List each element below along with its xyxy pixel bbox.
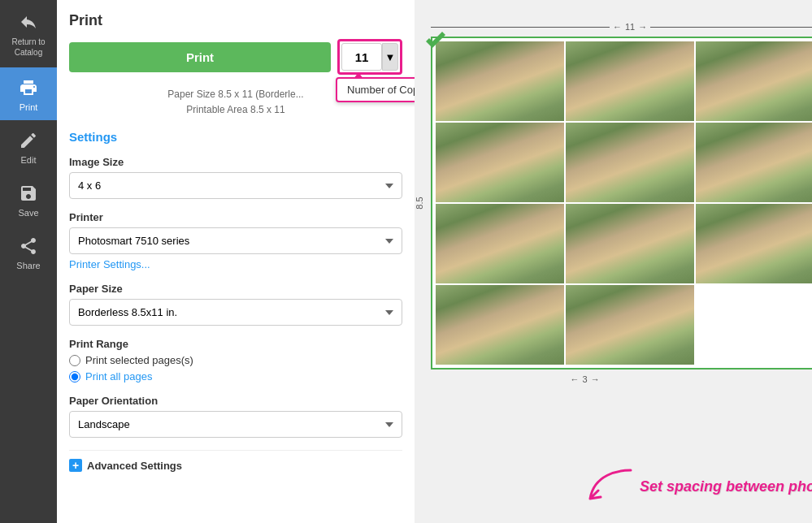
copies-input[interactable] (341, 43, 382, 71)
main-content: Print Print ▼ Number of Copies Paper Siz… (57, 0, 812, 523)
photo-cell (436, 41, 564, 121)
print-range-option2-row: Print all pages (69, 370, 402, 383)
annotation-text: Set spacing between photos (640, 478, 812, 495)
plus-icon: + (69, 459, 82, 472)
print-icon (16, 76, 41, 100)
print-range-radio1[interactable] (69, 355, 80, 366)
sidebar-item-edit[interactable]: Edit (0, 120, 57, 173)
photo-cell (696, 123, 812, 202)
sidebar-item-label: Print (20, 102, 38, 112)
save-icon (16, 181, 41, 205)
svg-marker-0 (426, 32, 445, 48)
dim-top-label: ← 11 → (431, 22, 812, 32)
paper-orientation-select[interactable]: Landscape (69, 411, 402, 438)
print-range-option1-row: Print selected pages(s) (69, 354, 402, 366)
setting-paper-size: Paper Size Borderless 8.5x11 in. (69, 283, 402, 326)
setting-print-range: Print Range Print selected pages(s) Prin… (69, 338, 402, 383)
print-panel: Print Print ▼ Number of Copies Paper Siz… (57, 0, 415, 523)
paper-orientation-label: Paper Orientation (69, 395, 402, 407)
image-size-label: Image Size (69, 156, 402, 168)
sidebar-item-print[interactable]: Print (0, 67, 57, 120)
dim-bottom: ← 3 → (571, 374, 600, 384)
sidebar-item-label: Save (18, 208, 38, 218)
sidebar-item-label: Return to Catalog (11, 37, 45, 58)
preview-area: ← 11 → 8.5 1 (415, 0, 812, 523)
print-range-label1: Print selected pages(s) (85, 354, 193, 366)
photo-cell (436, 285, 564, 365)
print-range-label2: Print all pages (85, 370, 152, 383)
settings-title: Settings (69, 130, 402, 144)
paper-size-label: Paper Size (69, 283, 402, 295)
sidebar-item-share[interactable]: Share (0, 226, 57, 279)
printer-label: Printer (69, 211, 402, 223)
annotation-content: Set spacing between photos (586, 466, 812, 507)
photo-cell (566, 123, 694, 202)
edit-icon (16, 128, 41, 153)
annotation-arrow-icon (586, 466, 635, 507)
image-size-select[interactable]: 4 x 6 (69, 172, 402, 199)
info-line4: Printable Area 8.5 x 11 (69, 102, 402, 118)
printer-select[interactable]: Photosmart 7510 series (69, 227, 402, 254)
dim-left-label: 8.5 (415, 197, 424, 209)
setting-printer: Printer Photosmart 7510 series Printer S… (69, 211, 402, 270)
copies-spinner[interactable]: ▼ (382, 43, 398, 71)
copies-tooltip: Number of Copies (336, 77, 415, 102)
annotation: Set spacing between photos (586, 466, 812, 507)
print-range-label: Print Range (69, 338, 402, 350)
sidebar-item-label: Edit (21, 155, 37, 165)
advanced-settings[interactable]: + Advanced Settings (69, 450, 402, 472)
share-icon (16, 234, 41, 258)
photo-cell (566, 204, 694, 283)
photo-cell (566, 41, 694, 121)
setting-paper-orientation: Paper Orientation Landscape (69, 395, 402, 438)
print-range-radio2[interactable] (69, 371, 80, 383)
photo-cell (696, 41, 812, 121)
printer-settings-link[interactable]: Printer Settings... (69, 258, 150, 270)
copies-wrapper: ▼ Number of Copies (337, 39, 402, 75)
return-catalog-icon (16, 10, 41, 34)
print-panel-title: Print (69, 12, 402, 29)
copies-row: ▼ (341, 43, 398, 71)
sidebar-item-save[interactable]: Save (0, 173, 57, 226)
photo-cell (696, 204, 812, 283)
photo-cell-empty (696, 285, 812, 365)
sidebar-item-return-catalog[interactable]: Return to Catalog (0, 0, 57, 67)
print-button[interactable]: Print (69, 42, 331, 72)
preview-wrapper: ← 11 → 8.5 1 (431, 37, 812, 370)
photo-grid (432, 38, 812, 368)
setting-image-size: Image Size 4 x 6 (69, 156, 402, 199)
checkmark (424, 30, 447, 55)
photo-cell (436, 123, 564, 202)
advanced-settings-label: Advanced Settings (87, 460, 182, 472)
print-controls: Print ▼ Number of Copies (69, 39, 402, 75)
paper-size-select[interactable]: Borderless 8.5x11 in. (69, 299, 402, 326)
sidebar: Return to Catalog Print Edit Save Share (0, 0, 57, 523)
sidebar-item-label: Share (16, 261, 40, 270)
photo-cell (436, 204, 564, 283)
preview-container: ↑ 2 ↓ (431, 37, 812, 370)
photo-cell (566, 285, 694, 365)
